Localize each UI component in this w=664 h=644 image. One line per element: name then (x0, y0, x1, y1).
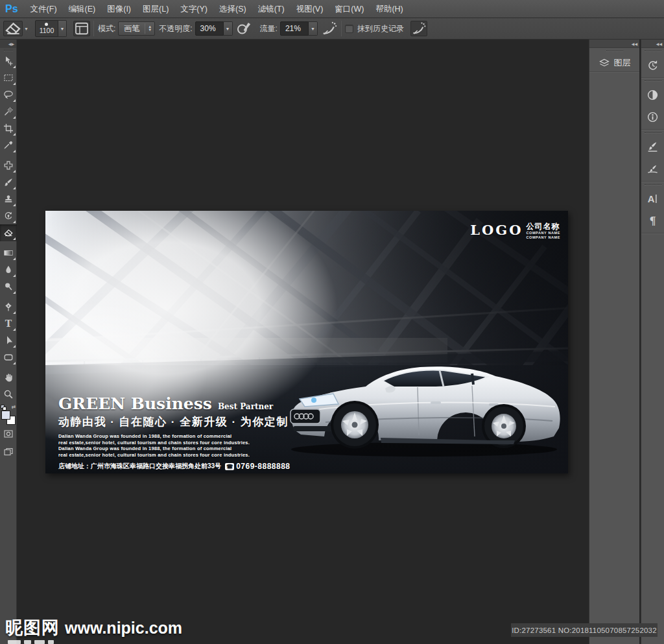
info-icon (646, 111, 659, 123)
panel-dock: ◀◀ 图层 ◀◀ (589, 40, 664, 644)
opacity-control[interactable]: 30% ▼ (195, 18, 233, 40)
poster-headline: GREEN Business (58, 394, 212, 413)
layers-icon (599, 57, 610, 69)
opacity-value[interactable]: 30% (195, 21, 224, 36)
canvas-workspace[interactable]: LOGO 公司名称 COMPANY NAME COMPANY NAME GREE… (17, 40, 589, 644)
menu-select[interactable]: 选择(S) (213, 0, 252, 18)
tool-blur[interactable] (0, 261, 17, 278)
poster-text-block: GREEN Business Best Partner 动静由我 · 自在随心 … (58, 394, 290, 471)
menu-filter[interactable]: 滤镜(T) (252, 0, 290, 18)
poster-body-text: Dalian Wanda Group was founded in 1988, … (58, 433, 290, 458)
menu-window[interactable]: 窗口(W) (329, 0, 370, 18)
flow-value[interactable]: 21% (280, 21, 309, 36)
options-separator (93, 21, 94, 36)
tools-panel: ◀▶ ⇄ (0, 40, 17, 644)
poster-headline-tag: Best Partner (218, 402, 273, 411)
panel-collapse-arrows-icon[interactable]: ◀◀ (641, 40, 664, 48)
flow-dropdown-icon[interactable]: ▼ (309, 21, 318, 36)
menu-file[interactable]: 文件(F) (25, 0, 63, 18)
menu-help[interactable]: 帮助(H) (370, 0, 409, 18)
tool-pen[interactable] (0, 298, 17, 315)
poster-address: 店铺地址：广州市海珠区幸福路口交接幸福拐角处前33号 (58, 462, 221, 471)
panel-collapse-arrows-icon[interactable]: ◀◀ (589, 40, 639, 48)
mode-label: 模式: (98, 23, 115, 34)
tool-eyedropper[interactable] (0, 137, 17, 154)
company-name-en-2: COMPANY NAME (526, 235, 560, 240)
history-icon (646, 59, 659, 71)
tool-dodge[interactable] (0, 278, 17, 295)
mode-dropdown[interactable]: 画笔 ▲▼ (118, 21, 155, 36)
opacity-label: 不透明度: (159, 23, 192, 34)
tool-zoom[interactable] (0, 386, 17, 403)
panel-grip[interactable] (606, 51, 623, 52)
flow-control[interactable]: 21% ▼ (280, 18, 318, 40)
tools-collapse-toggle-icon[interactable]: ◀▶ (0, 40, 16, 48)
document-canvas[interactable]: LOGO 公司名称 COMPANY NAME COMPANY NAME GREE… (45, 211, 568, 473)
menu-image[interactable]: 图像(I) (101, 0, 137, 18)
tool-spot-healing-brush[interactable] (0, 157, 17, 174)
brush-panel-button[interactable] (641, 136, 664, 158)
layers-panel-label: 图层 (614, 57, 631, 69)
panel-grip[interactable] (645, 132, 661, 134)
phone-icon: ☎ (225, 463, 234, 470)
car-image (280, 339, 565, 460)
tool-hand[interactable] (0, 369, 17, 386)
tools-grip[interactable] (4, 50, 13, 51)
info-panel-button[interactable] (641, 106, 664, 128)
tool-lasso[interactable] (0, 86, 17, 103)
tool-magic-wand[interactable] (0, 103, 17, 120)
layers-panel-button[interactable]: 图层 (589, 54, 639, 72)
tablet-pressure-size-button[interactable] (410, 21, 427, 36)
quick-mask-button[interactable] (0, 426, 17, 442)
opacity-dropdown-icon[interactable]: ▼ (224, 21, 233, 36)
toggle-brush-panel-button[interactable] (73, 21, 90, 36)
character-panel-button[interactable] (641, 187, 664, 209)
poster-phone: 0769-8888888 (236, 462, 290, 471)
company-name-en-1: COMPANY NAME (526, 231, 560, 235)
flow-label: 流量: (260, 23, 278, 34)
color-swatches[interactable]: ⇄ (1, 407, 16, 423)
brush-size-value: 1100 (40, 27, 54, 34)
airbrush-button[interactable] (321, 21, 338, 36)
current-tool-eraser-chip[interactable] (3, 21, 23, 36)
brush-preset-dropdown-icon[interactable]: ▼ (58, 20, 67, 37)
tool-path-selection[interactable] (0, 332, 17, 349)
opacity-pressure-button[interactable] (236, 21, 253, 36)
tool-preset-dropdown-icon[interactable]: ▼ (24, 27, 29, 31)
history-panel-button[interactable] (641, 54, 664, 76)
panel-grip[interactable] (645, 51, 661, 52)
erase-to-history-checkbox[interactable] (345, 25, 353, 33)
tool-move[interactable] (0, 53, 17, 69)
logo-text: LOGO (470, 222, 523, 238)
foreground-color-swatch[interactable] (1, 411, 10, 420)
menu-bar: Ps 文件(F) 编辑(E) 图像(I) 图层(L) 文字(Y) 选择(S) 滤… (0, 0, 664, 18)
photoshop-window: Ps 文件(F) 编辑(E) 图像(I) 图层(L) 文字(Y) 选择(S) 滤… (0, 0, 664, 644)
panel-grip[interactable] (645, 80, 661, 82)
tool-eraser[interactable] (0, 224, 17, 241)
tool-presets-panel-button[interactable] (641, 158, 664, 180)
tool-type[interactable] (0, 315, 17, 332)
clipped-watermark-line (8, 640, 54, 644)
body-line: real estate,senior hotel, cultural touri… (58, 440, 290, 446)
tool-gradient[interactable] (0, 244, 17, 261)
screen-mode-button[interactable] (0, 444, 17, 460)
menu-edit[interactable]: 编辑(E) (63, 0, 102, 18)
panel-grip[interactable] (645, 184, 661, 185)
tool-crop[interactable] (0, 120, 17, 137)
collapsed-panel-column: ◀◀ 图层 (589, 40, 639, 644)
brush-preset-picker[interactable]: 1100 ▼ (32, 18, 70, 40)
tool-clone-stamp[interactable] (0, 191, 17, 208)
adjustments-panel-button[interactable] (641, 84, 664, 106)
swap-colors-icon[interactable]: ⇄ (12, 404, 16, 410)
tool-options-bar: ▼ 1100 ▼ 模式: 画笔 ▲▼ 不透明度: 30% ▼ (0, 18, 664, 40)
tool-history-brush[interactable] (0, 208, 17, 224)
site-url: www.nipic.com (65, 619, 182, 638)
tool-brush[interactable] (0, 174, 17, 191)
menu-layer[interactable]: 图层(L) (137, 0, 174, 18)
menu-type[interactable]: 文字(Y) (174, 0, 213, 18)
paragraph-panel-button[interactable] (641, 209, 664, 232)
menu-view[interactable]: 视图(V) (290, 0, 329, 18)
company-name-cn: 公司名称 (526, 222, 560, 231)
tool-rounded-rectangle[interactable] (0, 349, 17, 366)
tool-rectangular-marquee[interactable] (0, 69, 17, 86)
